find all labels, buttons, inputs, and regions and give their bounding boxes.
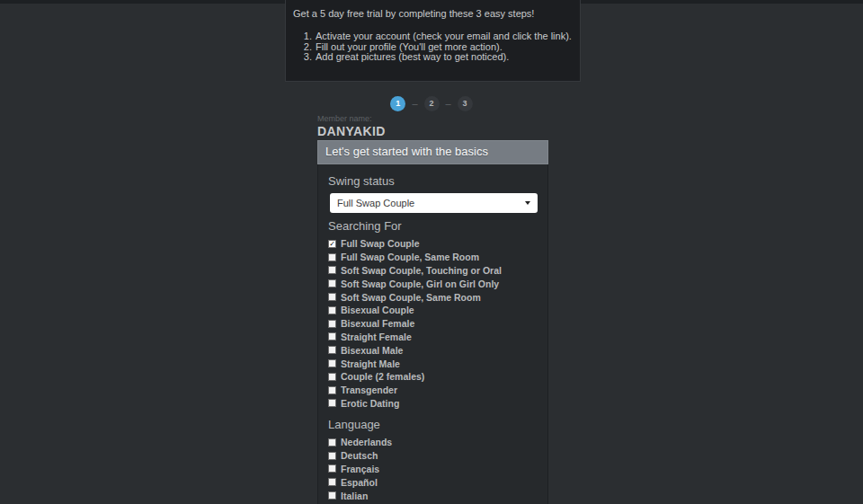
checkbox-option[interactable]: Straight Male: [328, 357, 502, 370]
step-separator: –: [412, 98, 417, 109]
checkbox-unchecked[interactable]: [328, 266, 336, 274]
checkbox-unchecked[interactable]: [328, 464, 336, 473]
checkbox-option-label: Full Swap Couple, Same Room: [341, 252, 479, 262]
trial-info-box: Get a 5 day free trial by completing the…: [285, 0, 581, 82]
swing-status-heading: Swing status: [328, 174, 395, 188]
checkbox-option-label: Bisexual Female: [341, 318, 414, 329]
checkbox-option-label: Straight Male: [341, 358, 400, 369]
step-indicator: 1–2–3: [0, 95, 863, 111]
checkbox-option[interactable]: Deutsch: [328, 449, 392, 463]
checkbox-option[interactable]: Couple (2 females): [328, 370, 502, 384]
checkbox-unchecked[interactable]: [328, 386, 336, 394]
checkbox-unchecked[interactable]: [328, 438, 336, 447]
checkbox-unchecked[interactable]: [328, 293, 336, 301]
checkbox-unchecked[interactable]: [328, 320, 336, 328]
checkbox-option[interactable]: Soft Swap Couple, Touching or Oral: [328, 264, 502, 278]
checkbox-unchecked[interactable]: [328, 452, 336, 460]
checkbox-unchecked[interactable]: [328, 478, 336, 486]
checkbox-option[interactable]: Erotic Dating: [328, 397, 502, 411]
step-1-active[interactable]: 1: [390, 96, 405, 111]
trial-step-item: Add great pictures (best way to get noti…: [315, 52, 573, 63]
checkbox-option[interactable]: Soft Swap Couple, Girl on Girl Only: [328, 277, 502, 290]
panel-header: Let's get started with the basics: [317, 140, 548, 164]
language-list: NederlandsDeutschFrançaisEspañolItalian: [328, 436, 392, 502]
basics-panel: Swing status Full Swap Couple Searching …: [317, 164, 548, 504]
checkbox-option-label: Bisexual Couple: [341, 305, 414, 315]
checkbox-option[interactable]: Straight Female: [328, 331, 502, 344]
checkbox-option[interactable]: Full Swap Couple, Same Room: [328, 251, 502, 264]
checkbox-unchecked[interactable]: [328, 373, 336, 381]
checkbox-option-label: Español: [341, 477, 378, 488]
checkbox-option[interactable]: Bisexual Female: [328, 317, 502, 331]
checkbox-unchecked[interactable]: [328, 346, 336, 354]
checkbox-option-label: Soft Swap Couple, Girl on Girl Only: [341, 279, 499, 289]
checkbox-option[interactable]: Bisexual Couple: [328, 304, 502, 317]
checkbox-option-label: Full Swap Couple: [341, 238, 420, 249]
trial-step-item: Activate your account (check your email …: [315, 31, 573, 42]
checkbox-option[interactable]: Full Swap Couple: [328, 237, 502, 251]
checkbox-option[interactable]: Transgender: [328, 384, 502, 397]
checkbox-unchecked[interactable]: [328, 253, 336, 261]
checkbox-unchecked[interactable]: [328, 491, 336, 500]
member-name-value: DANYAKID: [317, 124, 386, 138]
checkbox-option-label: Soft Swap Couple, Same Room: [341, 292, 481, 303]
checkbox-unchecked[interactable]: [328, 306, 336, 314]
checkbox-option[interactable]: Italian: [328, 489, 392, 502]
trial-intro-text: Get a 5 day free trial by completing the…: [293, 8, 573, 20]
checkbox-option-label: Bisexual Male: [341, 345, 403, 356]
checkbox-option-label: Français: [341, 464, 379, 474]
checkbox-option[interactable]: Español: [328, 475, 392, 489]
checkbox-option-label: Erotic Dating: [341, 398, 399, 409]
checkbox-unchecked[interactable]: [328, 332, 336, 340]
checkbox-option-label: Deutsch: [341, 450, 378, 461]
chevron-down-icon: [525, 201, 530, 205]
searching-for-heading: Searching For: [328, 219, 402, 233]
checkbox-unchecked[interactable]: [328, 399, 336, 407]
swing-status-select[interactable]: Full Swap Couple: [330, 193, 538, 213]
checkbox-option-label: Soft Swap Couple, Touching or Oral: [341, 265, 502, 276]
checkbox-unchecked[interactable]: [328, 359, 336, 367]
swing-status-selected-value: Full Swap Couple: [337, 198, 414, 208]
checkbox-unchecked[interactable]: [328, 279, 336, 287]
checkbox-option-label: Straight Female: [341, 332, 412, 342]
checkbox-option-label: Transgender: [341, 385, 397, 395]
member-name-label: Member name:: [317, 114, 386, 123]
checkbox-option-label: Nederlands: [341, 437, 392, 447]
searching-for-list: Full Swap CoupleFull Swap Couple, Same R…: [328, 237, 502, 410]
step-separator: –: [446, 98, 451, 109]
member-block: Member name: DANYAKID: [317, 114, 386, 138]
checkbox-option[interactable]: Bisexual Male: [328, 343, 502, 357]
checkbox-option-label: Couple (2 females): [341, 371, 424, 382]
trial-steps-list: Activate your account (check your email …: [293, 31, 573, 63]
checkbox-option-label: Italian: [341, 491, 368, 501]
step-3[interactable]: 3: [458, 96, 473, 111]
checkbox-option[interactable]: Soft Swap Couple, Same Room: [328, 290, 502, 304]
checkbox-checked[interactable]: [328, 240, 336, 248]
checkbox-option[interactable]: Français: [328, 463, 392, 476]
checkbox-option[interactable]: Nederlands: [328, 436, 392, 449]
step-2[interactable]: 2: [424, 96, 440, 111]
language-heading: Language: [328, 418, 380, 431]
